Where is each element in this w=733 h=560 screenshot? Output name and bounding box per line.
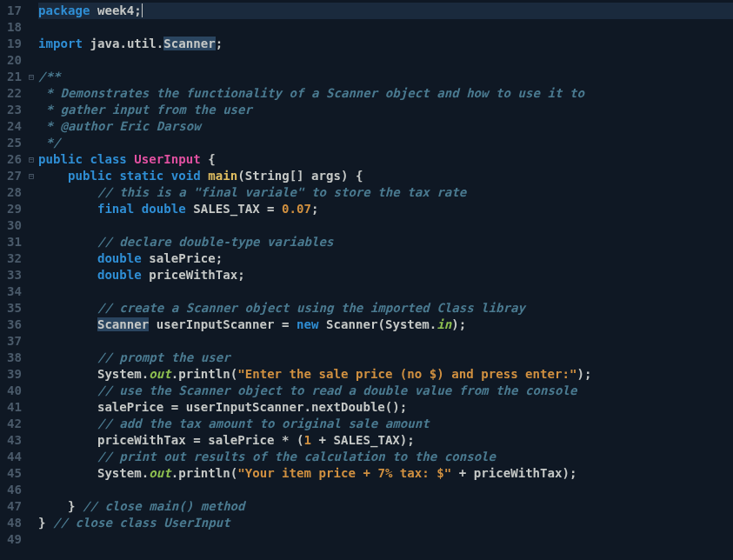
fold-marker[interactable] — [26, 184, 37, 201]
token: /** — [38, 70, 60, 83]
code-line[interactable]: public static void main(String[] args) { — [38, 168, 733, 184]
fold-marker[interactable]: ⊟ — [26, 151, 37, 168]
fold-marker[interactable] — [26, 267, 37, 283]
fold-marker[interactable] — [26, 465, 37, 482]
code-line[interactable]: public class UserInput { — [38, 151, 733, 168]
token: // create a Scanner object using the imp… — [97, 301, 525, 315]
fold-marker[interactable] — [26, 432, 37, 449]
code-line[interactable]: salePrice = userInputScanner.nextDouble(… — [38, 399, 733, 416]
token: * gather input from the user — [38, 103, 252, 117]
code-editor[interactable]: 1718192021222324252627282930313233343536… — [0, 0, 733, 560]
code-line[interactable] — [38, 482, 733, 498]
line-number: 22 — [3, 85, 22, 102]
fold-marker[interactable] — [26, 283, 37, 300]
code-line[interactable]: } // close main() method — [38, 498, 733, 515]
token: SALES_TAX — [193, 202, 259, 216]
token: userInputScanner — [186, 400, 304, 414]
code-line[interactable]: * gather input from the user — [38, 102, 733, 118]
code-line[interactable]: * Demonstrates the functionality of a Sc… — [38, 85, 733, 102]
token: Scanner — [326, 317, 377, 331]
line-number: 17 — [3, 3, 22, 19]
line-number: 26 — [3, 151, 22, 168]
line-number: 18 — [3, 19, 22, 36]
fold-marker[interactable] — [26, 333, 37, 350]
token: final — [97, 202, 134, 216]
fold-marker[interactable] — [26, 118, 37, 135]
line-number: 45 — [3, 465, 22, 482]
code-line[interactable] — [38, 19, 733, 36]
code-line[interactable]: Scanner userInputScanner = new Scanner(S… — [38, 317, 733, 333]
token: . — [171, 466, 179, 480]
code-line[interactable] — [38, 52, 733, 69]
code-line[interactable]: package week4; — [38, 3, 733, 19]
code-line[interactable] — [38, 217, 733, 234]
fold-marker[interactable] — [26, 350, 37, 366]
code-line[interactable]: // print out results of the calculation … — [38, 449, 733, 465]
fold-marker[interactable] — [26, 36, 37, 52]
code-line[interactable]: */ — [38, 135, 733, 151]
code-line[interactable]: final double SALES_TAX = 0.07; — [38, 201, 733, 217]
token: ; — [216, 37, 223, 50]
line-number: 35 — [3, 300, 22, 317]
fold-marker[interactable]: ⊟ — [26, 69, 37, 85]
fold-marker[interactable]: ⊟ — [26, 168, 37, 184]
code-line[interactable]: } // close class UserInput — [38, 515, 733, 531]
token: ; — [237, 268, 245, 282]
token: out — [149, 466, 170, 480]
token — [38, 433, 97, 447]
fold-marker[interactable] — [26, 383, 37, 399]
code-line[interactable]: // this is a "final variale" to store th… — [38, 184, 733, 201]
token — [38, 202, 97, 216]
code-line[interactable]: System.out.println("Enter the sale price… — [38, 366, 733, 383]
token: import — [38, 37, 83, 50]
token: args — [311, 169, 341, 183]
token — [201, 169, 209, 183]
fold-marker[interactable] — [26, 531, 37, 548]
token: "Enter the sale price (no $) and press e… — [237, 367, 576, 381]
code-line[interactable]: // declare double-type variables — [38, 234, 733, 250]
fold-marker[interactable] — [26, 498, 37, 515]
fold-marker[interactable] — [26, 416, 37, 432]
token: . — [171, 367, 179, 381]
line-number: 30 — [3, 217, 22, 234]
code-line[interactable]: priceWithTax = salePrice * (1 + SALES_TA… — [38, 432, 733, 449]
fold-marker[interactable] — [26, 19, 37, 36]
fold-marker[interactable] — [26, 366, 37, 383]
code-line[interactable]: double priceWithTax; — [38, 267, 733, 283]
fold-marker[interactable] — [26, 217, 37, 234]
token — [38, 301, 97, 315]
fold-marker[interactable] — [26, 399, 37, 416]
code-line[interactable]: * @author Eric Darsow — [38, 118, 733, 135]
code-line[interactable]: import java.util.Scanner; — [38, 36, 733, 52]
code-line[interactable]: // add the tax amount to original sale a… — [38, 416, 733, 432]
code-line[interactable] — [38, 531, 733, 548]
token: double — [142, 202, 186, 216]
code-line[interactable]: double salePrice; — [38, 250, 733, 267]
fold-marker[interactable] — [26, 201, 37, 217]
fold-column[interactable]: ⊟⊟⊟ — [26, 0, 37, 560]
code-line[interactable]: System.out.println("Your item price + 7%… — [38, 465, 733, 482]
fold-marker[interactable] — [26, 250, 37, 267]
fold-marker[interactable] — [26, 102, 37, 118]
line-number: 36 — [3, 317, 22, 333]
fold-marker[interactable] — [26, 85, 37, 102]
fold-marker[interactable] — [26, 135, 37, 151]
fold-marker[interactable] — [26, 449, 37, 465]
fold-marker[interactable] — [26, 52, 37, 69]
code-line[interactable] — [38, 283, 733, 300]
fold-marker[interactable] — [26, 482, 37, 498]
code-line[interactable]: // prompt the user — [38, 350, 733, 366]
code-line[interactable]: /** — [38, 69, 733, 85]
fold-marker[interactable] — [26, 300, 37, 317]
code-line[interactable]: // use the Scanner object to read a doub… — [38, 383, 733, 399]
fold-marker[interactable] — [26, 515, 37, 531]
line-number: 49 — [3, 531, 22, 548]
code-area[interactable]: package week4;import java.util.Scanner;/… — [37, 0, 733, 560]
fold-marker[interactable] — [26, 234, 37, 250]
line-number: 21 — [3, 69, 22, 85]
fold-marker[interactable] — [26, 317, 37, 333]
code-line[interactable] — [38, 333, 733, 350]
code-line[interactable]: // create a Scanner object using the imp… — [38, 300, 733, 317]
token: // prompt the user — [97, 350, 230, 364]
fold-marker[interactable] — [26, 3, 37, 19]
